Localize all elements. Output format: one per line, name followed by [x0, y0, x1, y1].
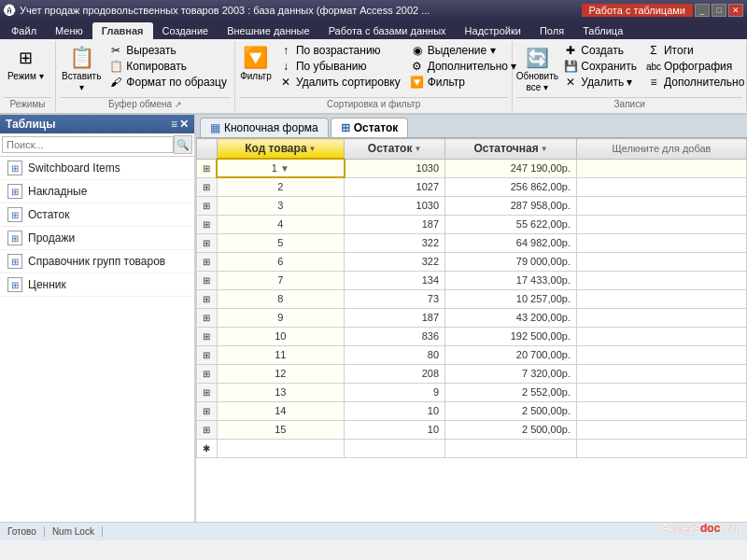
cell-ostatochnaya[interactable]: 10 257,00р. [445, 289, 577, 308]
cell-ostatok[interactable]: 187 [345, 308, 445, 327]
col-ostatochnaya-header[interactable]: Остаточная ▼ [445, 139, 577, 160]
tab-fields[interactable]: Поля [530, 22, 573, 39]
filter-button[interactable]: 🔽 Фильтр [239, 43, 273, 84]
cell-ostatochnaya[interactable]: 2 500,00р. [445, 420, 577, 439]
copy-button[interactable]: 📋 Копировать [105, 59, 231, 74]
tab-home[interactable]: Главная [92, 22, 153, 39]
format-painter-button[interactable]: 🖌 Формат по образцу [105, 75, 231, 90]
cell-ostatochnaya[interactable]: 192 500,00р. [445, 327, 577, 345]
expand-btn[interactable]: ⊞ [197, 364, 218, 383]
cell-ostatok[interactable]: 80 [345, 345, 445, 364]
cell-ostatochnaya[interactable]: 55 622,00р. [445, 215, 577, 233]
cell-ostatochnaya[interactable]: 17 433,00р. [445, 271, 577, 289]
cell-ostatok[interactable]: 1027 [345, 177, 445, 196]
tab-database[interactable]: Работа с базами данных [319, 22, 456, 39]
cell-kod[interactable]: 3 [217, 196, 345, 215]
cell-kod[interactable]: 11 [217, 345, 345, 364]
refresh-button[interactable]: 🔄 Обновитьвсе ▾ [516, 43, 557, 95]
new-row-kod[interactable] [217, 439, 345, 457]
expand-btn[interactable]: ⊞ [197, 420, 218, 439]
close-button[interactable]: ✕ [728, 4, 743, 17]
expand-btn[interactable]: ⊞ [197, 308, 218, 327]
sidebar-item-switchboard[interactable]: ⊞ Switchboard Items [0, 157, 194, 180]
mode-button[interactable]: ⊞ Режим ▾ [4, 43, 48, 84]
cell-kod[interactable]: 4 [217, 215, 345, 233]
expand-btn[interactable]: ⊞ [197, 401, 218, 420]
cell-ostatok[interactable]: 208 [345, 364, 445, 383]
delete-record-button[interactable]: ✕ Удалить ▾ [559, 75, 641, 90]
work-with-tables-tab[interactable]: Работа с таблицами [582, 4, 693, 17]
sidebar-item-sprav[interactable]: ⊞ Справочник групп товаров [0, 250, 194, 273]
save-record-button[interactable]: 💾 Сохранить [559, 59, 641, 74]
cell-ostatochnaya[interactable]: 287 958,00р. [445, 196, 577, 215]
cell-ostatochnaya[interactable]: 79 000,00р. [445, 252, 577, 271]
tab-menu[interactable]: Меню [46, 22, 92, 39]
expand-btn[interactable]: ⊞ [197, 196, 218, 215]
col-add-header[interactable]: Щелкните для добав [576, 139, 746, 160]
tab-table[interactable]: Таблица [573, 22, 632, 39]
expand-btn[interactable]: ⊞ [197, 233, 218, 252]
sidebar-close-icon[interactable]: ✕ [179, 118, 189, 131]
col-kod-header[interactable]: Код товара ▼ [217, 139, 345, 160]
selection-button[interactable]: ◉ Выделение ▾ [406, 43, 521, 58]
expand-btn[interactable]: ⊞ [197, 215, 218, 233]
cell-ostatok[interactable]: 10 [345, 420, 445, 439]
expand-btn[interactable]: ⊞ [197, 327, 218, 345]
cell-kod[interactable]: 12 [217, 364, 345, 383]
sort-asc-button[interactable]: ↑ По возрастанию [275, 43, 404, 58]
sidebar-item-prodaji[interactable]: ⊞ Продажи [0, 227, 194, 250]
cell-ostatok[interactable]: 187 [345, 215, 445, 233]
cell-ostatochnaya[interactable]: 43 200,00р. [445, 308, 577, 327]
expand-btn[interactable]: ⊞ [197, 271, 218, 289]
sidebar-item-cennik[interactable]: ⊞ Ценник [0, 273, 194, 297]
expand-btn[interactable]: ⊞ [197, 159, 218, 177]
cell-kod[interactable]: 5 [217, 233, 345, 252]
cell-ostatochnaya[interactable]: 64 982,00р. [445, 233, 577, 252]
tab-addins[interactable]: Надстройки [456, 22, 530, 39]
cell-ostatochnaya[interactable]: 2 552,00р. [445, 383, 577, 401]
cell-kod[interactable]: 2 [217, 177, 345, 196]
sidebar-item-nakl[interactable]: ⊞ Накладные [0, 180, 194, 203]
cell-ostatok[interactable]: 1030 [345, 196, 445, 215]
more-button[interactable]: ≡ Дополнительно [642, 75, 747, 90]
sort-desc-button[interactable]: ↓ По убыванию [275, 59, 404, 74]
tab-file[interactable]: Файл [2, 22, 46, 39]
advanced-button[interactable]: ⚙ Дополнительно ▾ [406, 59, 521, 74]
cell-ostatochnaya[interactable]: 2 500,00р. [445, 401, 577, 420]
col-ostatok-header[interactable]: Остаток ▼ [345, 139, 445, 160]
cell-kod[interactable]: 6 [217, 252, 345, 271]
new-row-ostatochnaya[interactable] [445, 439, 577, 457]
cell-kod[interactable]: 1 ▼ [217, 159, 345, 177]
cell-ostatochnaya[interactable]: 256 862,00р. [445, 177, 577, 196]
spelling-button[interactable]: abc Орфография [642, 59, 747, 74]
cell-kod[interactable]: 14 [217, 401, 345, 420]
cell-ostatok[interactable]: 9 [345, 383, 445, 401]
maximize-button[interactable]: □ [712, 4, 726, 17]
cell-ostatochnaya[interactable]: 7 320,00р. [445, 364, 577, 383]
expand-btn[interactable]: ⊞ [197, 345, 218, 364]
cell-kod[interactable]: 10 [217, 327, 345, 345]
tab-external[interactable]: Внешние данные [218, 22, 318, 39]
cell-ostatok[interactable]: 10 [345, 401, 445, 420]
cell-kod[interactable]: 9 [217, 308, 345, 327]
new-row-ostatok[interactable] [345, 439, 445, 457]
cell-ostatok[interactable]: 1030 [345, 159, 445, 177]
new-record-button[interactable]: ✚ Создать [559, 43, 641, 58]
cell-ostatok[interactable]: 836 [345, 327, 445, 345]
cell-ostatok[interactable]: 73 [345, 289, 445, 308]
totals-button[interactable]: Σ Итоги [642, 43, 747, 58]
minimize-button[interactable]: _ [695, 4, 710, 17]
paste-button[interactable]: 📋 Вставить ▾ [60, 43, 103, 95]
expand-btn[interactable]: ⊞ [197, 289, 218, 308]
cell-ostatochnaya[interactable]: 20 700,00р. [445, 345, 577, 364]
table-container[interactable]: Код товара ▼ Остаток ▼ Остаточная ▼ Щелк… [196, 138, 747, 522]
new-row[interactable]: ✱ [197, 439, 747, 457]
cell-ostatok[interactable]: 322 [345, 252, 445, 271]
clear-sort-button[interactable]: ✕ Удалить сортировку [275, 75, 404, 90]
sidebar-item-ostatok[interactable]: ⊞ Остаток [0, 203, 194, 227]
tab-create[interactable]: Создание [153, 22, 218, 39]
toggle-filter-button[interactable]: 🔽 Фильтр [406, 75, 521, 90]
expand-btn[interactable]: ⊞ [197, 252, 218, 271]
cut-button[interactable]: ✂ Вырезать [105, 43, 231, 58]
expand-btn[interactable]: ⊞ [197, 177, 218, 196]
